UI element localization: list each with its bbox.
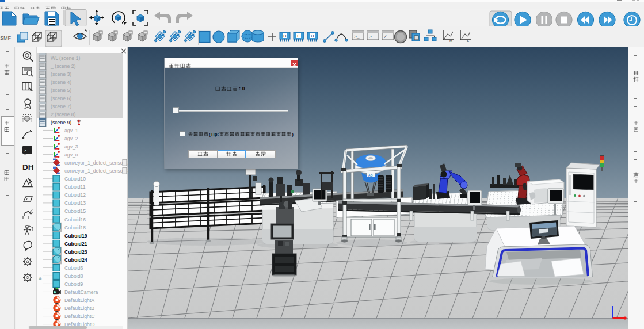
svg-text:>: > — [369, 34, 372, 39]
svg-text:Cuboid6: Cuboid6 — [64, 265, 83, 271]
svg-text:SMF: SMF — [0, 35, 12, 41]
svg-text:agv_1: agv_1 — [64, 128, 78, 133]
svg-text:/: / — [384, 34, 387, 39]
svg-text:(scene 4): (scene 4) — [51, 79, 71, 85]
svg-text:WL (scene 1): WL (scene 1) — [51, 55, 80, 61]
svg-text:agv_2: agv_2 — [64, 136, 78, 141]
svg-text:agv_3: agv_3 — [64, 144, 78, 150]
svg-text:(scene 3): (scene 3) — [51, 71, 71, 77]
svg-text:Cuboid16: Cuboid16 — [64, 217, 86, 223]
svg-text:Cuboid8: Cuboid8 — [64, 273, 83, 279]
svg-text:DefaultLightA: DefaultLightA — [64, 297, 94, 303]
svg-text:Cuboid18: Cuboid18 — [64, 225, 86, 231]
svg-text:Cuboid12: Cuboid12 — [64, 192, 86, 198]
svg-text:(scene 6): (scene 6) — [51, 95, 71, 101]
svg-text:Cuboid15: Cuboid15 — [64, 208, 86, 214]
svg-text:Cuboid21: Cuboid21 — [64, 241, 87, 247]
svg-text:Cuboid23: Cuboid23 — [64, 249, 87, 255]
svg-text:>_: >_ — [24, 148, 29, 153]
svg-text:(scene 7): (scene 7) — [51, 104, 71, 109]
svg-text:U: U — [311, 34, 314, 38]
svg-text:D: D — [283, 34, 286, 38]
svg-text:(scene 9): (scene 9) — [51, 120, 71, 125]
svg-text:(scene 5): (scene 5) — [51, 87, 71, 93]
svg-text:DH: DH — [22, 163, 34, 171]
svg-text:conveyor_1_detect_sensor_3: conveyor_1_detect_sensor_3 — [64, 168, 128, 174]
svg-text:S: S — [467, 39, 469, 43]
svg-text:Cuboid10: Cuboid10 — [64, 176, 86, 182]
svg-text:F: F — [297, 34, 299, 38]
svg-text:Cuboid9: Cuboid9 — [64, 281, 83, 287]
svg-text:M: M — [449, 39, 452, 43]
svg-text:AB: AB — [368, 174, 373, 177]
svg-text:Cuboid24: Cuboid24 — [64, 257, 87, 263]
svg-text:Cuboid19: Cuboid19 — [64, 233, 87, 239]
svg-text:DefaultCamera: DefaultCamera — [64, 289, 98, 295]
svg-text:Cuboid11: Cuboid11 — [64, 184, 86, 190]
svg-text:2 (scene 8): 2 (scene 8) — [51, 112, 76, 117]
svg-text:agv_o: agv_o — [64, 152, 78, 158]
svg-text:Cuboid13: Cuboid13 — [64, 200, 86, 206]
svg-text:DefaultLightC: DefaultLightC — [64, 313, 95, 319]
svg-text:_ (scene 2): _ (scene 2) — [50, 63, 76, 69]
svg-text:DefaultLightB: DefaultLightB — [64, 305, 94, 311]
svg-text:⊜: ⊜ — [39, 277, 42, 281]
svg-text:conveyor_1_detect_sensor_2: conveyor_1_detect_sensor_2 — [64, 160, 128, 166]
svg-text:>_: >_ — [354, 34, 360, 39]
